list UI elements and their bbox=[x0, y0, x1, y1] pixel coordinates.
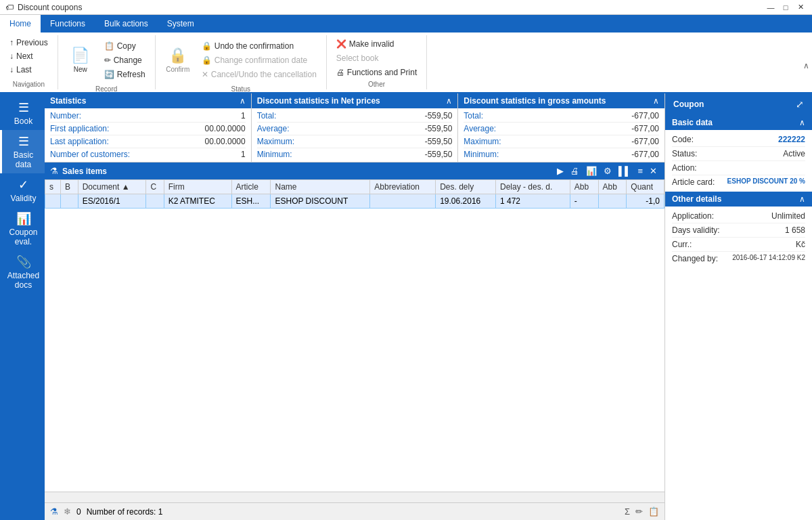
sidebar-item-basic-data[interactable]: ☰ Basic data bbox=[0, 130, 45, 173]
coupon-eval-icon: 📊 bbox=[16, 211, 31, 226]
tab-functions[interactable]: Functions bbox=[41, 15, 95, 32]
filter-icon-status: ⚗ bbox=[50, 506, 58, 517]
right-panel-expand-btn[interactable]: ⤢ bbox=[796, 99, 804, 110]
sales-table-container[interactable]: s B Document ▲ C Firm Article Name Abbre… bbox=[45, 179, 664, 492]
copy-button[interactable]: 📋 Copy bbox=[100, 39, 150, 53]
undo-confirmation-button[interactable]: 🔒 Undo the confirmation bbox=[198, 39, 321, 53]
sales-table: s B Document ▲ C Firm Article Name Abbre… bbox=[45, 179, 664, 209]
cell-firm: K2 ATMITEC bbox=[164, 194, 231, 209]
right-panel: Coupon ⤢ Basic data ∧ Code: 222222 Statu… bbox=[664, 93, 812, 520]
bar-chart-btn[interactable]: ▌▌ bbox=[616, 165, 633, 177]
col-firm[interactable]: Firm bbox=[164, 180, 231, 194]
attached-docs-icon: 📎 bbox=[16, 255, 31, 269]
col-document[interactable]: Document ▲ bbox=[78, 180, 146, 194]
basic-data-collapse-btn[interactable]: ∧ bbox=[799, 118, 805, 127]
right-row-status: Status: Active bbox=[672, 147, 805, 161]
previous-button[interactable]: ↑ Previous bbox=[5, 37, 52, 49]
net-prices-collapse-btn[interactable]: ∧ bbox=[446, 96, 452, 106]
tab-bulk-actions[interactable]: Bulk actions bbox=[95, 15, 158, 32]
print-icon: 🖨 bbox=[336, 68, 344, 77]
ribbon-tabs: Home Functions Bulk actions System bbox=[0, 15, 812, 32]
other-details-collapse-btn[interactable]: ∧ bbox=[799, 194, 805, 204]
next-button[interactable]: ↓ Next bbox=[5, 50, 52, 62]
gross-amounts-panel: Discount statistics in gross amounts ∧ T… bbox=[458, 93, 664, 162]
validity-icon: ✓ bbox=[18, 177, 28, 192]
make-invalid-icon: ❌ bbox=[336, 39, 346, 49]
cell-document: ES/2016/1 bbox=[78, 194, 146, 209]
cell-c bbox=[146, 194, 164, 209]
export-icon[interactable]: 📋 bbox=[648, 506, 659, 517]
col-article[interactable]: Article bbox=[231, 180, 271, 194]
play-btn[interactable]: ▶ bbox=[555, 165, 566, 177]
last-arrow-icon: ↓ bbox=[9, 65, 14, 74]
statistics-collapse-btn[interactable]: ∧ bbox=[240, 96, 246, 106]
filter-count: 0 bbox=[76, 507, 81, 517]
sidebar-item-book[interactable]: ☰ Book bbox=[0, 96, 45, 130]
col-abb1[interactable]: Abb bbox=[570, 180, 598, 194]
col-c: C bbox=[146, 180, 164, 194]
net-total-row: Total: -559,50 bbox=[257, 110, 453, 123]
close-sales-btn[interactable]: ✕ bbox=[648, 165, 659, 177]
minimize-button[interactable]: — bbox=[765, 1, 777, 14]
functions-print-button[interactable]: 🖨 Functions and Print bbox=[332, 66, 421, 79]
ribbon: ↑ Previous ↓ Next ↓ Last Navigation 📄 Ne… bbox=[0, 32, 812, 93]
stat-row-first: First application: 00.00.0000 bbox=[50, 123, 246, 135]
refresh-button[interactable]: 🔄 Refresh bbox=[100, 68, 150, 81]
col-quant[interactable]: Quant bbox=[627, 180, 664, 194]
menu-btn[interactable]: ≡ bbox=[635, 165, 645, 177]
edit-icon[interactable]: ✏ bbox=[635, 506, 643, 517]
other-group: ❌ Make invalid Select book 🖨 Functions a… bbox=[327, 35, 427, 89]
status-group: 🔒 Confirm 🔒 Undo the confirmation 🔒 Chan… bbox=[156, 35, 327, 89]
up-arrow-icon: ↑ bbox=[9, 38, 14, 47]
sidebar-item-coupon-eval[interactable]: 📊 Coupon eval. bbox=[0, 207, 45, 251]
right-row-action: Action: bbox=[672, 161, 805, 175]
sum-icon[interactable]: Σ bbox=[625, 506, 630, 517]
confirm-button[interactable]: 🔒 Confirm bbox=[161, 37, 195, 84]
new-button[interactable]: 📄 New bbox=[64, 37, 97, 84]
net-average-row: Average: -559,50 bbox=[257, 123, 453, 135]
gross-minimum-row: Minimum: -677,00 bbox=[464, 148, 659, 160]
col-delay-des[interactable]: Delay - des. d. bbox=[495, 180, 570, 194]
horizontal-scrollbar[interactable] bbox=[45, 492, 664, 502]
sidebar: ☰ Book ☰ Basic data ✓ Validity 📊 Coupon … bbox=[0, 93, 45, 520]
ribbon-collapse-button[interactable]: ∧ bbox=[800, 35, 812, 96]
net-prices-panel: Discount statistics in Net prices ∧ Tota… bbox=[252, 93, 459, 162]
tab-system[interactable]: System bbox=[158, 15, 204, 32]
title-bar: 🏷 Discount coupons — □ ✕ bbox=[0, 0, 812, 15]
stat-row-customers: Number of customers: 1 bbox=[50, 148, 246, 160]
status-group-label: Status bbox=[161, 84, 321, 93]
tab-home[interactable]: Home bbox=[0, 15, 41, 32]
statistics-row: Statistics ∧ Number: 1 First application… bbox=[45, 93, 664, 162]
app-icon: 🏷 bbox=[5, 3, 14, 12]
maximize-button[interactable]: □ bbox=[780, 1, 792, 14]
sidebar-item-attached-docs[interactable]: 📎 Attached docs bbox=[0, 251, 45, 294]
statistics-body: Number: 1 First application: 00.00.0000 … bbox=[45, 108, 251, 162]
stat-row-number: Number: 1 bbox=[50, 110, 246, 123]
net-prices-header: Discount statistics in Net prices ∧ bbox=[252, 93, 458, 108]
right-row-application: Application: Unlimited bbox=[672, 209, 805, 223]
last-button[interactable]: ↓ Last bbox=[5, 64, 52, 76]
stat-row-last: Last application: 00.00.0000 bbox=[50, 135, 246, 148]
sales-toolbar: ▶ 🖨 📊 ⚙ ▌▌ ≡ ✕ bbox=[555, 165, 659, 177]
snowflake-icon: ❄ bbox=[64, 506, 71, 517]
refresh-icon: 🔄 bbox=[104, 70, 114, 79]
cell-delay-des: 1 472 bbox=[495, 194, 570, 209]
chart-btn[interactable]: 📊 bbox=[584, 165, 599, 177]
col-abb2[interactable]: Abb bbox=[598, 180, 627, 194]
table-row[interactable]: ES/2016/1 K2 ATMITEC ESH... ESHOP DISCOU… bbox=[45, 194, 664, 209]
col-name[interactable]: Name bbox=[271, 180, 370, 194]
print-small-btn[interactable]: 🖨 bbox=[568, 165, 581, 177]
col-des-dely[interactable]: Des. dely bbox=[436, 180, 496, 194]
settings-btn[interactable]: ⚙ bbox=[602, 165, 614, 177]
down-arrow-icon: ↓ bbox=[9, 51, 14, 61]
right-row-code: Code: 222222 bbox=[672, 133, 805, 147]
close-button[interactable]: ✕ bbox=[794, 1, 807, 14]
sales-title: Sales items bbox=[62, 167, 107, 176]
sidebar-item-validity[interactable]: ✓ Validity bbox=[0, 173, 45, 207]
col-abbreviation[interactable]: Abbreviation bbox=[370, 180, 436, 194]
app-title: Discount coupons bbox=[18, 3, 82, 12]
change-button[interactable]: ✏ Change bbox=[100, 53, 150, 67]
make-invalid-button[interactable]: ❌ Make invalid bbox=[332, 37, 421, 51]
gross-amounts-collapse-btn[interactable]: ∧ bbox=[653, 96, 659, 106]
record-group: 📄 New 📋 Copy ✏ Change 🔄 Refresh Record bbox=[58, 35, 156, 89]
